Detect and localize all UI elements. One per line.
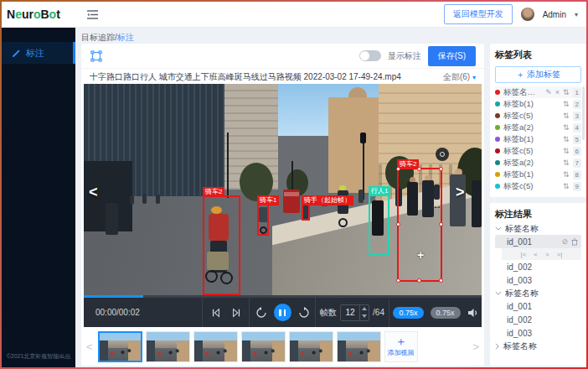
speed-pill-active[interactable]: 0.75x — [393, 307, 423, 319]
tree-group[interactable]: 标签名称 — [495, 287, 581, 299]
label-color-dot — [495, 160, 500, 165]
app-logo: NeuroBot — [7, 8, 60, 21]
sort-icon[interactable]: ⇅ — [563, 135, 570, 143]
annotation-box[interactable]: 骑车1 — [257, 204, 269, 236]
annotation-label: 骑车2 — [203, 187, 224, 197]
label-color-dot — [495, 113, 500, 118]
prev-frame-icon[interactable] — [211, 308, 221, 318]
chevron-down-icon[interactable]: ▾ — [575, 11, 578, 18]
sort-icon[interactable]: ⇅ — [563, 123, 570, 132]
scrollbar[interactable] — [582, 86, 585, 140]
add-video-button[interactable]: ＋ 添加视频 — [384, 331, 418, 362]
trash-icon[interactable] — [571, 238, 578, 246]
video-thumbnail[interactable] — [289, 331, 333, 362]
label-order-badge: 1 — [573, 88, 581, 97]
pause-button[interactable] — [274, 304, 291, 321]
video-thumbnail-selected[interactable] — [98, 331, 142, 362]
resize-handle[interactable] — [396, 167, 400, 171]
speed-pill[interactable]: 0.75x — [431, 307, 461, 319]
sort-icon[interactable]: ⇅ — [563, 100, 570, 108]
resize-handle[interactable] — [439, 167, 443, 171]
volume-icon[interactable] — [467, 308, 478, 318]
avatar[interactable] — [521, 8, 534, 21]
first-page-icon[interactable]: |< — [521, 251, 527, 258]
label-row[interactable]: 标签c(5)⇅9 — [495, 180, 581, 192]
chevron-down-icon — [495, 291, 502, 296]
sidebar-item-annotate[interactable]: 标注 — [2, 42, 75, 64]
tree-group-collapsed[interactable]: 标签名称 — [495, 340, 581, 352]
video-thumbnail[interactable] — [241, 331, 286, 362]
frame-stepper[interactable] — [359, 305, 369, 320]
resize-handle[interactable] — [439, 278, 443, 283]
scene-figure — [106, 203, 118, 235]
tree-item[interactable]: id_003 — [495, 326, 581, 340]
close-icon[interactable]: × — [555, 88, 560, 96]
tree-group[interactable]: 标签名称 — [495, 222, 581, 235]
menu-fold-icon[interactable] — [87, 10, 98, 19]
tree-item[interactable]: id_003 — [495, 273, 581, 287]
tree-item[interactable]: id_002 — [495, 313, 581, 326]
tree-item[interactable]: id_002 — [495, 260, 581, 273]
hide-icon[interactable]: ⊘ — [561, 237, 568, 246]
forward-10-icon[interactable] — [298, 307, 310, 319]
sidebar: 标注 ©2021北京矩视智能出品 — [2, 2, 75, 367]
add-video-label: 添加视频 — [388, 348, 415, 357]
next-page-icon[interactable]: > — [545, 251, 549, 258]
rect-tool-icon[interactable] — [90, 49, 103, 63]
video-next-chevron[interactable]: > — [456, 184, 465, 200]
breadcrumb-parent[interactable]: 目标追踪 — [81, 33, 115, 42]
step-down-icon[interactable] — [360, 313, 369, 320]
label-row[interactable]: 标签b(1)⇅5 — [495, 133, 581, 145]
annotation-box[interactable]: 骑手（起始帧） — [302, 204, 310, 221]
replay-10-icon[interactable] — [255, 307, 267, 319]
prev-page-icon[interactable]: < — [534, 251, 538, 258]
chevron-down-icon — [495, 226, 502, 231]
video-prev-chevron[interactable]: < — [89, 184, 98, 200]
sort-icon[interactable]: ⇅ — [563, 159, 570, 167]
show-annotations-toggle[interactable] — [359, 50, 381, 61]
next-frame-icon[interactable] — [231, 308, 241, 318]
user-name[interactable]: Admin — [543, 10, 566, 19]
label-row[interactable]: 标签b(1)⇅8 — [495, 169, 581, 180]
sort-icon[interactable]: ⇅ — [563, 112, 570, 120]
label-row[interactable]: 标签b(1)⇅2 — [495, 98, 581, 110]
video-thumbnail[interactable] — [337, 331, 381, 362]
resize-handle[interactable] — [439, 222, 443, 226]
label-row[interactable]: 标签a(2)⇅7 — [495, 157, 581, 169]
resize-handle[interactable] — [396, 278, 400, 283]
thumbs-next-chevron[interactable]: > — [471, 340, 481, 353]
frame-value[interactable]: 12 — [341, 305, 359, 320]
save-button[interactable]: 保存(S) — [428, 46, 476, 66]
resize-handle[interactable] — [417, 167, 421, 171]
annotation-box[interactable]: 行人1 — [369, 195, 389, 255]
sort-icon[interactable]: ⇅ — [563, 88, 570, 96]
sort-icon[interactable]: ⇅ — [563, 170, 570, 179]
frame-input[interactable]: 12 — [340, 304, 369, 321]
step-up-icon[interactable] — [360, 305, 369, 313]
video-thumbnail[interactable] — [193, 331, 238, 362]
add-label-button[interactable]: ＋ 添加标签 — [495, 66, 581, 83]
edit-icon[interactable]: ✎ — [545, 88, 552, 96]
sort-icon[interactable]: ⇅ — [563, 147, 570, 155]
filter-dropdown[interactable]: 全部(6) ▾ — [443, 71, 476, 83]
resize-handle[interactable] — [417, 278, 421, 283]
right-panel: 标签列表 ＋ 添加标签 标签名字最长数... ✎ × ⇅ 1 标签b(1)⇅2 … — [490, 44, 586, 366]
label-row[interactable]: 标签c(5)⇅3 — [495, 110, 581, 122]
label-color-dot — [495, 148, 500, 153]
last-page-icon[interactable]: >| — [557, 251, 563, 258]
annotation-box-selected[interactable]: 骑车2 — [397, 168, 442, 282]
label-row[interactable]: 标签名字最长数... ✎ × ⇅ 1 — [495, 86, 581, 98]
video-canvas[interactable]: 骑车2 骑车1 骑手（起始帧） 行人1 骑车2 + ↔ — [84, 84, 482, 295]
label-row[interactable]: 标签a(2)⇅4 — [495, 122, 581, 133]
sort-icon[interactable]: ⇅ — [563, 182, 570, 190]
annotation-box[interactable]: 骑车2 — [203, 195, 240, 295]
label-row[interactable]: 标签c(5)⇅6 — [495, 145, 581, 157]
tree-item-selected[interactable]: id_001 ⊘ — [495, 235, 581, 248]
scene-figure — [450, 174, 466, 226]
video-thumbnail[interactable] — [146, 331, 190, 362]
track-camera-icon[interactable] — [436, 148, 449, 161]
resize-handle[interactable] — [396, 222, 400, 226]
tree-item[interactable]: id_001 — [495, 299, 581, 313]
thumbs-prev-chevron[interactable]: < — [85, 340, 95, 353]
back-to-model-dev-button[interactable]: 返回模型开发 — [444, 4, 513, 24]
